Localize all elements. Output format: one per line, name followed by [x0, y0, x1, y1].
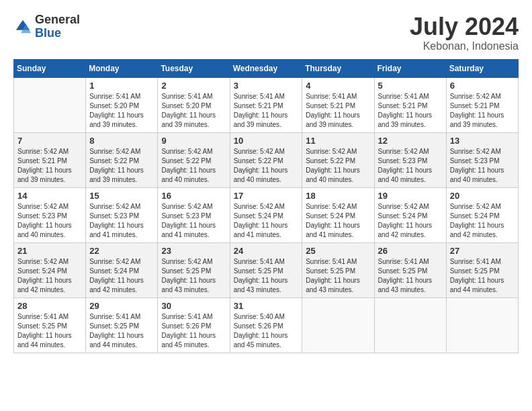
day-info: Sunrise: 5:42 AMSunset: 5:23 PMDaylight:…	[89, 202, 154, 240]
logo: General Blue	[13, 13, 80, 40]
day-number: 19	[378, 191, 443, 201]
day-cell: 18Sunrise: 5:42 AMSunset: 5:24 PMDayligh…	[302, 187, 374, 242]
day-number: 14	[17, 191, 82, 201]
col-header-friday: Friday	[374, 59, 446, 77]
day-info: Sunrise: 5:40 AMSunset: 5:26 PMDaylight:…	[234, 312, 299, 350]
day-info: Sunrise: 5:41 AMSunset: 5:25 PMDaylight:…	[306, 257, 370, 295]
day-cell: 9Sunrise: 5:42 AMSunset: 5:22 PMDaylight…	[158, 132, 230, 187]
day-cell: 4Sunrise: 5:41 AMSunset: 5:21 PMDaylight…	[302, 77, 374, 132]
day-number: 31	[234, 301, 299, 311]
day-info: Sunrise: 5:42 AMSunset: 5:23 PMDaylight:…	[378, 147, 443, 185]
day-cell: 27Sunrise: 5:41 AMSunset: 5:25 PMDayligh…	[446, 242, 518, 298]
day-info: Sunrise: 5:41 AMSunset: 5:21 PMDaylight:…	[378, 92, 443, 130]
day-cell: 12Sunrise: 5:42 AMSunset: 5:23 PMDayligh…	[374, 132, 446, 187]
day-number: 10	[234, 136, 299, 146]
day-cell	[302, 298, 374, 353]
day-number: 7	[17, 136, 82, 146]
day-number: 4	[306, 81, 370, 91]
day-info: Sunrise: 5:42 AMSunset: 5:21 PMDaylight:…	[17, 147, 82, 185]
day-cell: 7Sunrise: 5:42 AMSunset: 5:21 PMDaylight…	[14, 132, 86, 187]
day-info: Sunrise: 5:42 AMSunset: 5:24 PMDaylight:…	[89, 257, 154, 295]
logo-general-text: General	[35, 13, 80, 26]
page-header: General Blue July 2024 Kebonan, Indonesi…	[13, 13, 519, 52]
day-cell: 17Sunrise: 5:42 AMSunset: 5:24 PMDayligh…	[230, 187, 302, 242]
day-cell: 8Sunrise: 5:42 AMSunset: 5:22 PMDaylight…	[86, 132, 158, 187]
day-cell: 1Sunrise: 5:41 AMSunset: 5:20 PMDaylight…	[86, 77, 158, 132]
day-number: 1	[89, 81, 154, 91]
day-cell: 20Sunrise: 5:42 AMSunset: 5:24 PMDayligh…	[446, 187, 518, 242]
header-row: SundayMondayTuesdayWednesdayThursdayFrid…	[14, 59, 519, 77]
day-info: Sunrise: 5:41 AMSunset: 5:25 PMDaylight:…	[89, 312, 154, 350]
day-cell: 30Sunrise: 5:41 AMSunset: 5:26 PMDayligh…	[158, 298, 230, 353]
day-info: Sunrise: 5:42 AMSunset: 5:24 PMDaylight:…	[378, 202, 443, 240]
week-row-4: 21Sunrise: 5:42 AMSunset: 5:24 PMDayligh…	[14, 242, 519, 298]
day-cell: 29Sunrise: 5:41 AMSunset: 5:25 PMDayligh…	[86, 298, 158, 353]
day-info: Sunrise: 5:41 AMSunset: 5:26 PMDaylight:…	[161, 312, 226, 350]
day-number: 21	[17, 246, 82, 256]
day-cell: 21Sunrise: 5:42 AMSunset: 5:24 PMDayligh…	[14, 242, 86, 298]
day-info: Sunrise: 5:42 AMSunset: 5:23 PMDaylight:…	[450, 147, 515, 185]
day-number: 17	[234, 191, 299, 201]
day-cell: 10Sunrise: 5:42 AMSunset: 5:22 PMDayligh…	[230, 132, 302, 187]
day-number: 13	[450, 136, 515, 146]
day-info: Sunrise: 5:41 AMSunset: 5:21 PMDaylight:…	[234, 92, 299, 130]
day-number: 9	[161, 136, 226, 146]
day-cell	[374, 298, 446, 353]
day-cell: 14Sunrise: 5:42 AMSunset: 5:23 PMDayligh…	[14, 187, 86, 242]
day-info: Sunrise: 5:42 AMSunset: 5:21 PMDaylight:…	[450, 92, 515, 130]
day-cell: 16Sunrise: 5:42 AMSunset: 5:23 PMDayligh…	[158, 187, 230, 242]
day-cell: 23Sunrise: 5:42 AMSunset: 5:25 PMDayligh…	[158, 242, 230, 298]
day-number: 24	[234, 246, 299, 256]
col-header-monday: Monday	[86, 59, 158, 77]
title-block: July 2024 Kebonan, Indonesia	[410, 13, 519, 52]
day-info: Sunrise: 5:42 AMSunset: 5:22 PMDaylight:…	[306, 147, 370, 185]
day-info: Sunrise: 5:42 AMSunset: 5:22 PMDaylight:…	[161, 147, 226, 185]
day-cell: 28Sunrise: 5:41 AMSunset: 5:25 PMDayligh…	[14, 298, 86, 353]
day-number: 5	[378, 81, 443, 91]
day-number: 2	[161, 81, 226, 91]
day-info: Sunrise: 5:42 AMSunset: 5:22 PMDaylight:…	[89, 147, 154, 185]
day-cell: 31Sunrise: 5:40 AMSunset: 5:26 PMDayligh…	[230, 298, 302, 353]
day-number: 11	[306, 136, 370, 146]
day-cell: 3Sunrise: 5:41 AMSunset: 5:21 PMDaylight…	[230, 77, 302, 132]
col-header-wednesday: Wednesday	[230, 59, 302, 77]
calendar-table: SundayMondayTuesdayWednesdayThursdayFrid…	[13, 59, 519, 353]
week-row-3: 14Sunrise: 5:42 AMSunset: 5:23 PMDayligh…	[14, 187, 519, 242]
day-cell	[446, 298, 518, 353]
day-cell: 15Sunrise: 5:42 AMSunset: 5:23 PMDayligh…	[86, 187, 158, 242]
day-info: Sunrise: 5:41 AMSunset: 5:25 PMDaylight:…	[234, 257, 299, 295]
day-cell: 2Sunrise: 5:41 AMSunset: 5:20 PMDaylight…	[158, 77, 230, 132]
day-number: 30	[161, 301, 226, 311]
day-number: 25	[306, 246, 370, 256]
day-info: Sunrise: 5:41 AMSunset: 5:20 PMDaylight:…	[89, 92, 154, 130]
day-info: Sunrise: 5:41 AMSunset: 5:25 PMDaylight:…	[450, 257, 515, 295]
week-row-5: 28Sunrise: 5:41 AMSunset: 5:25 PMDayligh…	[14, 298, 519, 353]
day-cell: 6Sunrise: 5:42 AMSunset: 5:21 PMDaylight…	[446, 77, 518, 132]
day-cell: 22Sunrise: 5:42 AMSunset: 5:24 PMDayligh…	[86, 242, 158, 298]
day-info: Sunrise: 5:42 AMSunset: 5:24 PMDaylight:…	[17, 257, 82, 295]
day-number: 12	[378, 136, 443, 146]
day-cell: 13Sunrise: 5:42 AMSunset: 5:23 PMDayligh…	[446, 132, 518, 187]
col-header-saturday: Saturday	[446, 59, 518, 77]
day-cell: 19Sunrise: 5:42 AMSunset: 5:24 PMDayligh…	[374, 187, 446, 242]
logo-icon	[13, 17, 32, 36]
day-info: Sunrise: 5:41 AMSunset: 5:25 PMDaylight:…	[17, 312, 82, 350]
day-number: 26	[378, 246, 443, 256]
day-number: 28	[17, 301, 82, 311]
day-number: 18	[306, 191, 370, 201]
day-info: Sunrise: 5:41 AMSunset: 5:21 PMDaylight:…	[306, 92, 370, 130]
day-number: 16	[161, 191, 226, 201]
day-info: Sunrise: 5:42 AMSunset: 5:22 PMDaylight:…	[234, 147, 299, 185]
day-info: Sunrise: 5:42 AMSunset: 5:23 PMDaylight:…	[17, 202, 82, 240]
week-row-1: 1Sunrise: 5:41 AMSunset: 5:20 PMDaylight…	[14, 77, 519, 132]
col-header-thursday: Thursday	[302, 59, 374, 77]
col-header-sunday: Sunday	[14, 59, 86, 77]
day-cell: 24Sunrise: 5:41 AMSunset: 5:25 PMDayligh…	[230, 242, 302, 298]
col-header-tuesday: Tuesday	[158, 59, 230, 77]
location-text: Kebonan, Indonesia	[410, 40, 519, 52]
logo-blue-text: Blue	[35, 26, 61, 40]
day-info: Sunrise: 5:42 AMSunset: 5:24 PMDaylight:…	[234, 202, 299, 240]
day-cell	[14, 77, 86, 132]
day-cell: 26Sunrise: 5:41 AMSunset: 5:25 PMDayligh…	[374, 242, 446, 298]
month-title: July 2024	[410, 13, 519, 40]
